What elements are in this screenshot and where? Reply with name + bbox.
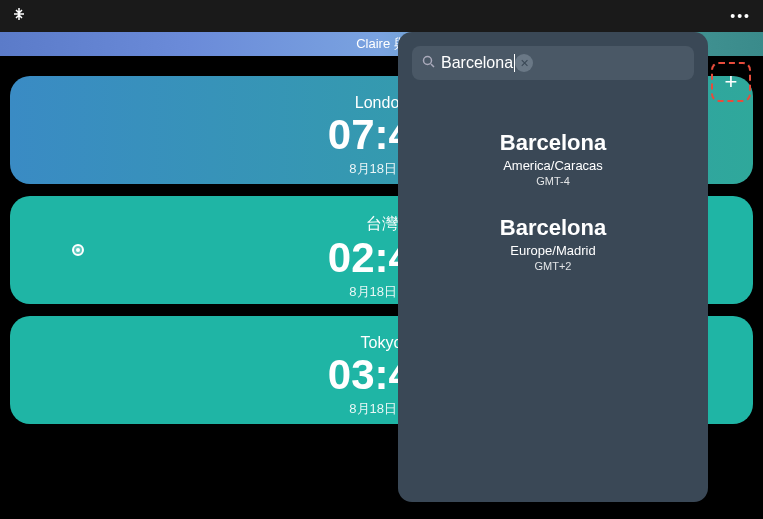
result-city: Barcelona [412, 215, 694, 241]
app-menu-icon[interactable] [12, 7, 26, 25]
search-result-item[interactable]: Barcelona America/Caracas GMT-4 [412, 130, 694, 187]
result-offset: GMT-4 [412, 175, 694, 187]
result-city: Barcelona [412, 130, 694, 156]
search-result-item[interactable]: Barcelona Europe/Madrid GMT+2 [412, 215, 694, 272]
more-options-icon[interactable]: ••• [730, 8, 751, 24]
result-offset: GMT+2 [412, 260, 694, 272]
search-box[interactable]: Barcelona ✕ [412, 46, 694, 80]
plus-icon: + [725, 69, 738, 95]
svg-point-0 [424, 57, 432, 65]
search-input[interactable]: Barcelona [441, 54, 515, 73]
result-timezone: America/Caracas [412, 158, 694, 173]
system-top-bar: ••• [0, 0, 763, 32]
home-indicator-icon [72, 244, 84, 256]
city-search-panel: Barcelona ✕ Barcelona America/Caracas GM… [398, 32, 708, 502]
clear-search-icon[interactable]: ✕ [515, 54, 533, 72]
result-timezone: Europe/Madrid [412, 243, 694, 258]
search-icon [422, 55, 435, 71]
add-clock-button[interactable]: + [711, 62, 751, 102]
